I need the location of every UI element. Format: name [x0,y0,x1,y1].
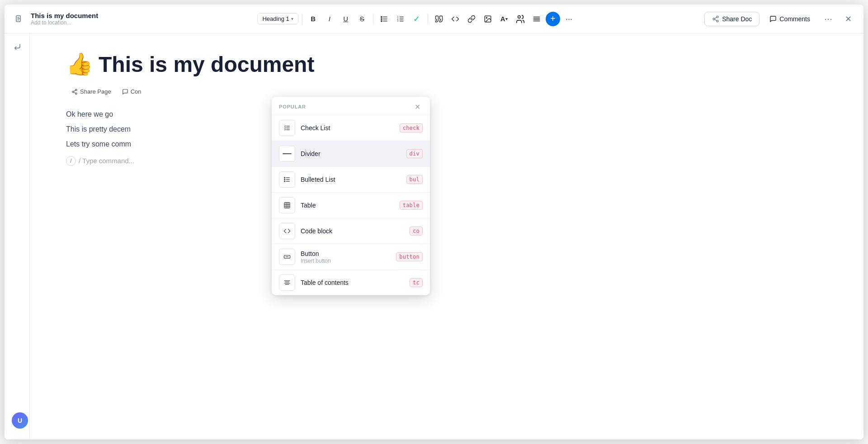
image-button[interactable] [481,12,495,26]
heading-emoji: 👍 [66,52,93,77]
document-heading: 👍 This is my document [66,52,827,77]
popup-item-button[interactable]: Button Insert button button [272,244,430,269]
popup-item-code-block[interactable]: Code block co [272,218,430,244]
left-sidebar [5,33,30,439]
svg-point-14 [486,17,487,18]
svg-point-38 [284,181,285,182]
slash-command-icon: / [66,156,76,166]
toc-icon [279,274,295,291]
popup-item-bulleted-list[interactable]: Bulleted List bul [272,166,430,192]
svg-line-24 [715,17,717,19]
user-avatar[interactable]: U [12,412,28,429]
document-window: This is my document Add to location... H… [5,5,863,439]
add-content-button[interactable]: + [546,12,560,26]
svg-line-29 [74,90,75,91]
doc-title-block: This is my document Add to location... [31,12,98,26]
collaborate-button[interactable] [513,12,528,26]
command-dropdown: POPULAR ✕ Check List [272,97,430,295]
svg-point-36 [284,177,285,178]
command-line: / / Type command... [66,156,827,166]
close-window-button[interactable]: ✕ [840,11,856,27]
svg-line-23 [715,19,717,21]
underline-button[interactable]: U [339,12,353,26]
svg-point-15 [518,15,520,18]
content-area: 👍 This is my document Share Page [5,33,863,439]
popup-item-divider[interactable]: Divider div [272,141,430,166]
numbered-list-button[interactable]: 1 2 3 [393,12,408,26]
svg-text:3: 3 [397,19,398,22]
doc-icon [12,12,26,26]
more-menu-button[interactable]: ⋯ [820,11,836,27]
toolbar-separator-3 [428,14,428,24]
svg-point-37 [284,179,285,180]
bold-button[interactable]: B [306,12,321,26]
comment-inline-button[interactable]: Con [117,86,147,97]
svg-rect-39 [284,203,290,208]
document-body: 👍 This is my document Share Page [30,33,863,439]
share-doc-button[interactable]: Share Doc [704,12,760,26]
popup-item-checklist[interactable]: Check List check [272,115,430,141]
popup-item-table[interactable]: Table table [272,192,430,218]
sidebar-back-button[interactable] [9,39,25,55]
bulleted-list-icon [279,171,295,188]
heading-text[interactable]: This is my document [99,52,314,77]
button-icon [279,249,295,265]
link-button[interactable] [464,12,479,26]
more-options-toolbar-button[interactable]: ⋯ [562,12,576,26]
popup-header: POPULAR ✕ [272,97,430,115]
strikethrough-button[interactable]: S [355,12,369,26]
popup-item-toc[interactable]: Table of contents tc [272,269,430,295]
doc-title: This is my document [31,12,98,19]
popup-section-label: POPULAR [279,104,306,109]
popup-container: POPULAR ✕ Check List [272,97,430,295]
heading-select[interactable]: Heading 1 ▾ [257,13,298,24]
command-placeholder: / Type command... [79,157,134,165]
align-button[interactable] [529,12,544,26]
table-icon [279,197,295,213]
paragraph-1[interactable]: Ok here we go [66,108,827,120]
main-toolbar: This is my document Add to location... H… [5,5,863,33]
paragraph-3[interactable]: Lets try some comm [66,138,827,150]
svg-line-28 [74,92,75,93]
chevron-down-icon: ▾ [291,16,293,21]
inline-code-button[interactable] [448,12,462,26]
share-page-button[interactable]: Share Page [66,86,117,97]
format-toolbar: Heading 1 ▾ B I U S [133,12,701,26]
text-color-button[interactable]: A▾ [497,12,511,26]
popup-close-button[interactable]: ✕ [412,101,423,112]
bulleted-list-button[interactable] [377,12,392,26]
italic-button[interactable]: I [322,12,337,26]
quote-button[interactable] [432,12,446,26]
checklist-icon [279,120,295,136]
divider-icon [279,146,295,162]
comments-button[interactable]: Comments [763,12,816,26]
code-block-icon [279,223,295,239]
toolbar-separator-2 [373,14,373,24]
paragraph-2[interactable]: This is pretty decem [66,123,827,135]
svg-point-4 [381,16,382,17]
doc-subtitle: Add to location... [31,19,98,26]
toolbar-right: Share Doc Comments ⋯ ✕ [704,11,856,27]
toolbar-left: This is my document Add to location... [12,12,129,26]
svg-point-6 [381,20,382,21]
check-button[interactable]: ✓ [410,12,424,26]
toolbar-separator-1 [302,14,302,24]
svg-point-5 [381,18,382,19]
inline-toolbar: Share Page Con [66,86,827,97]
